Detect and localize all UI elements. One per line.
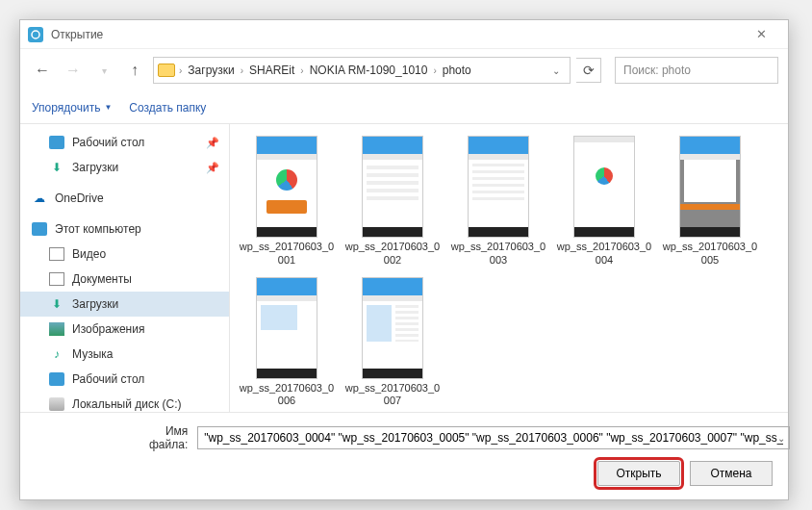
sidebar-item[interactable]: ☁OneDrive [20,186,229,211]
open-button[interactable]: Открыть [597,461,680,486]
thumbnail [573,136,635,238]
dl-icon: ⬇ [49,297,64,311]
chevron-right-icon: › [300,65,303,76]
file-item[interactable]: wp_ss_20170603_0004 [553,134,655,269]
app-icon [28,27,43,42]
cancel-button[interactable]: Отмена [690,461,773,486]
filename-input[interactable]: "wp_ss_20170603_0004" "wp_ss_20170603_00… [197,426,790,449]
desktop-icon [49,136,64,149]
button-row: Открыть Отмена [34,461,774,486]
thumbnail [362,277,423,379]
sidebar-item-label: Локальный диск (C:) [72,397,182,411]
file-item[interactable]: wp_ss_20170603_0002 [342,134,444,269]
sidebar-item[interactable]: Рабочий стол📌 [20,130,229,155]
file-item[interactable]: wp_ss_20170603_0001 [236,134,338,269]
video-icon [49,247,64,261]
thumbnail [679,136,741,238]
filename-label: Имя файла: [149,424,188,451]
file-item[interactable]: wp_ss_20170603_0003 [447,134,549,269]
sidebar-item[interactable]: Рабочий стол [20,367,229,392]
recent-button[interactable]: ▾ [91,58,116,83]
desktop-icon [49,372,64,386]
thumbnail [256,277,317,379]
thumbnail [468,136,529,238]
filename-value: "wp_ss_20170603_0004" "wp_ss_20170603_00… [204,431,783,445]
img-icon [49,322,64,336]
folder-icon [158,64,175,77]
doc-icon [49,272,64,286]
drive-icon [49,397,64,411]
dl-icon: ⬇ [49,161,64,174]
sidebar-item-label: Музыка [72,347,113,361]
bottom-panel: Имя файла: "wp_ss_20170603_0004" "wp_ss_… [20,412,788,499]
chevron-right-icon: › [433,65,436,76]
address-bar[interactable]: › Загрузки › SHAREit › NOKIA RM-1090_101… [153,57,571,84]
forward-button[interactable]: → [61,58,86,83]
new-folder-button[interactable]: Создать папку [129,101,206,115]
thumbnail [362,136,423,238]
file-item[interactable]: wp_ss_20170603_0007 [342,275,444,411]
breadcrumb[interactable]: NOKIA RM-1090_1010 [308,64,430,77]
refresh-button[interactable]: ⟳ [576,58,601,83]
file-area: wp_ss_20170603_0001wp_ss_20170603_0002wp… [230,124,788,412]
file-item[interactable]: wp_ss_20170603_0005 [659,134,761,269]
sidebar-item-label: Рабочий стол [72,136,144,149]
address-dropdown[interactable]: ⌄ [546,65,566,76]
sidebar: Рабочий стол📌⬇Загрузки📌☁OneDriveЭтот ком… [20,124,230,412]
organize-button[interactable]: Упорядочить▼ [32,101,112,115]
file-name: wp_ss_20170603_0002 [343,241,442,268]
pin-icon: 📌 [206,162,219,174]
sidebar-item[interactable]: Изображения [20,317,229,342]
content: Рабочий стол📌⬇Загрузки📌☁OneDriveЭтот ком… [20,124,788,412]
sidebar-item[interactable]: Видео [20,242,229,267]
pin-icon: 📌 [206,137,219,149]
file-name: wp_ss_20170603_0007 [343,382,442,409]
toolbar: Упорядочить▼ Создать папку [20,91,788,124]
sidebar-item[interactable]: ⬇Загрузки [20,292,229,317]
sidebar-item-label: OneDrive [55,191,104,205]
file-name: wp_ss_20170603_0006 [238,382,336,409]
titlebar: Открытие ✕ [20,20,788,49]
file-item[interactable]: wp_ss_20170603_0006 [236,275,338,411]
sidebar-item-label: Загрузки [72,161,118,174]
breadcrumb[interactable]: SHAREit [247,64,296,77]
chevron-down-icon[interactable]: ⌄ [777,433,785,444]
chevron-right-icon: › [241,65,243,76]
sidebar-item-label: Видео [72,247,106,261]
breadcrumb[interactable]: Загрузки [186,64,236,77]
onedrive-icon: ☁ [32,191,47,205]
file-name: wp_ss_20170603_0001 [238,241,336,268]
file-name: wp_ss_20170603_0003 [449,241,547,268]
sidebar-item[interactable]: ♪Музыка [20,342,229,367]
sidebar-item[interactable]: Локальный диск (C:) [20,392,229,412]
sidebar-item-label: Загрузки [72,297,118,311]
up-button[interactable]: ↑ [122,58,147,83]
breadcrumb[interactable]: photo [441,64,473,77]
sidebar-item-label: Рабочий стол [72,372,144,386]
search-placeholder: Поиск: photo [623,64,691,77]
nav-row: ← → ▾ ↑ › Загрузки › SHAREit › NOKIA RM-… [20,49,788,91]
pc-icon [32,222,47,236]
filename-row: Имя файла: "wp_ss_20170603_0004" "wp_ss_… [34,424,774,451]
sidebar-item[interactable]: ⬇Загрузки📌 [20,155,229,180]
file-name: wp_ss_20170603_0004 [555,241,653,268]
music-icon: ♪ [49,347,64,361]
close-icon[interactable]: ✕ [742,27,780,41]
chevron-right-icon: › [179,65,182,76]
thumbnail [256,136,317,238]
sidebar-item-label: Изображения [72,322,144,336]
sidebar-item[interactable]: Документы [20,267,229,292]
sidebar-item-label: Документы [72,272,132,286]
search-input[interactable]: Поиск: photo [615,57,778,84]
chevron-down-icon: ▼ [104,103,112,112]
back-button[interactable]: ← [30,58,55,83]
file-name: wp_ss_20170603_0005 [661,241,759,268]
sidebar-item-label: Этот компьютер [55,222,141,236]
open-file-dialog: Открытие ✕ ← → ▾ ↑ › Загрузки › SHAREit … [19,19,789,500]
window-title: Открытие [51,28,103,41]
svg-point-0 [32,31,39,38]
sidebar-item[interactable]: Этот компьютер [20,217,229,242]
